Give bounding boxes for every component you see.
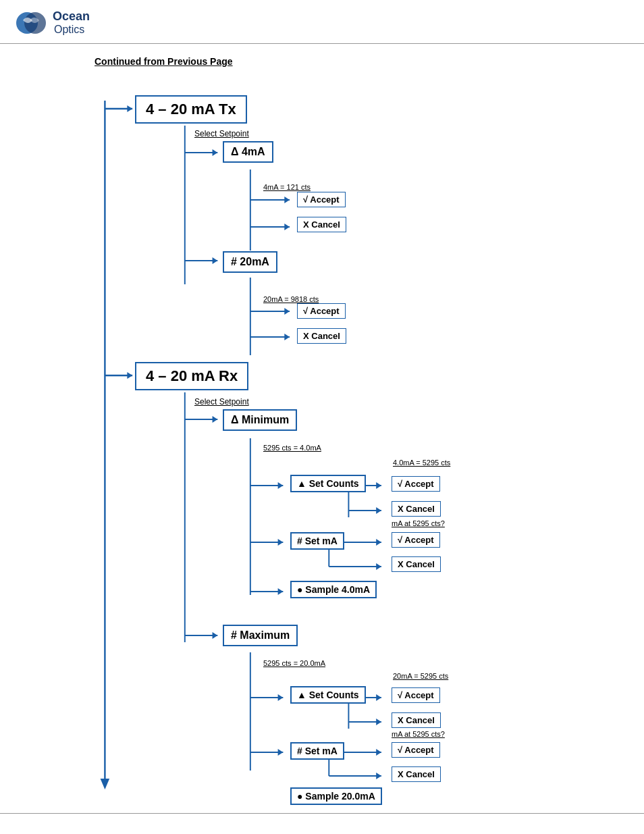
set-ma-min-box: # Set mA xyxy=(290,532,344,550)
logo-optics: Optics xyxy=(54,24,90,36)
cancel-set-counts-min-button[interactable]: X Cancel xyxy=(392,501,441,517)
svg-marker-15 xyxy=(213,257,218,264)
svg-marker-25 xyxy=(213,416,218,423)
logo-ocean: Ocean xyxy=(53,10,90,24)
svg-marker-40 xyxy=(376,563,381,570)
label-min-cts: 5295 cts = 4.0mA xyxy=(263,444,321,452)
svg-marker-47 xyxy=(278,694,284,701)
cancel-20ma-button[interactable]: X Cancel xyxy=(297,328,346,344)
svg-marker-8 xyxy=(213,149,218,156)
svg-marker-31 xyxy=(376,482,381,489)
sample-4ma-box: ● Sample 4.0mA xyxy=(290,581,377,598)
accept-set-counts-max-button[interactable]: √ Accept xyxy=(392,687,440,703)
label-min-4ma: 4.0mA = 5295 cts xyxy=(393,459,450,467)
svg-marker-38 xyxy=(376,539,381,546)
label-max-20ma: 20mA = 5295 cts xyxy=(393,672,448,680)
delta-minimum-box: Δ Minimum xyxy=(223,409,297,431)
svg-marker-33 xyxy=(376,507,381,514)
label-4ma-cts: 4mA = 121 cts xyxy=(263,183,311,191)
svg-marker-42 xyxy=(278,588,284,595)
sample-20ma-box: ● Sample 20.0mA xyxy=(290,787,382,805)
ocean-optics-logo-icon xyxy=(14,8,49,38)
tx-select-setpoint-label: Select Setpoint xyxy=(194,129,249,138)
svg-marker-22 xyxy=(127,372,132,379)
svg-point-1 xyxy=(24,12,46,34)
label-set-ma-max: mA at 5295 cts? xyxy=(392,730,445,738)
svg-marker-18 xyxy=(284,308,290,315)
svg-marker-50 xyxy=(376,694,381,701)
continued-heading: Continued from Previous Page xyxy=(95,56,624,67)
svg-marker-13 xyxy=(284,224,290,230)
rx-box: 4 – 20 mA Rx xyxy=(135,362,248,390)
cancel-set-ma-max-button[interactable]: X Cancel xyxy=(392,766,441,782)
svg-marker-5 xyxy=(127,105,132,112)
cancel-set-counts-max-button[interactable]: X Cancel xyxy=(392,712,441,728)
hash-20ma-box: # 20mA xyxy=(223,251,277,273)
hash-maximum-box: # Maximum xyxy=(223,625,298,646)
set-ma-max-box: # Set mA xyxy=(290,742,344,760)
svg-marker-35 xyxy=(278,539,284,546)
accept-4ma-button[interactable]: √ Accept xyxy=(297,192,346,207)
accept-set-counts-min-button[interactable]: √ Accept xyxy=(392,476,440,492)
svg-marker-52 xyxy=(376,719,381,725)
accept-20ma-button[interactable]: √ Accept xyxy=(297,303,346,319)
svg-marker-28 xyxy=(278,482,284,489)
svg-marker-54 xyxy=(278,749,284,756)
accept-set-ma-max-button[interactable]: √ Accept xyxy=(392,742,440,758)
label-20ma-cts: 20mA = 9818 cts xyxy=(263,295,319,303)
logo: Ocean Optics xyxy=(14,8,90,38)
main-content: Continued from Previous Page xyxy=(0,44,644,831)
connector-lines-svg xyxy=(47,82,624,791)
flow-diagram: 4 – 20 mA Tx Select Setpoint Δ 4mA 4mA =… xyxy=(47,82,624,791)
svg-marker-44 xyxy=(213,632,218,639)
svg-marker-57 xyxy=(376,749,381,756)
cancel-set-ma-min-button[interactable]: X Cancel xyxy=(392,556,441,572)
svg-marker-59 xyxy=(376,773,381,779)
svg-marker-3 xyxy=(101,779,110,789)
set-counts-max-box[interactable]: ▲ Set Counts xyxy=(290,686,366,704)
logo-text: Ocean Optics xyxy=(53,10,90,35)
label-set-ma-min: mA at 5295 cts? xyxy=(392,519,445,527)
delta-4ma-box: Δ 4mA xyxy=(223,141,273,163)
svg-marker-11 xyxy=(284,197,290,203)
set-counts-min-box[interactable]: ▲ Set Counts xyxy=(290,475,366,492)
svg-marker-20 xyxy=(284,334,290,340)
page-header: Ocean Optics xyxy=(0,0,644,44)
cancel-4ma-button[interactable]: X Cancel xyxy=(297,217,346,232)
footer-line xyxy=(0,813,644,814)
accept-set-ma-min-button[interactable]: √ Accept xyxy=(392,532,440,548)
rx-select-setpoint-label: Select Setpoint xyxy=(194,397,249,407)
tx-box: 4 – 20 mA Tx xyxy=(135,95,247,124)
label-max-cts: 5295 cts = 20.0mA xyxy=(263,659,325,667)
